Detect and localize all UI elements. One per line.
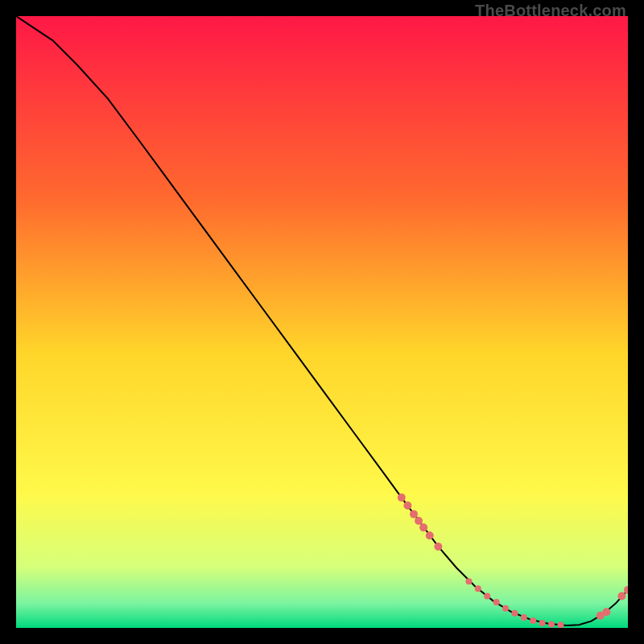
chart-svg [16,16,628,628]
data-point [521,614,527,621]
data-point [475,585,481,592]
data-point [602,608,610,616]
data-point [511,610,518,617]
gradient-background [16,16,628,628]
data-point [419,523,427,531]
data-point [415,517,423,525]
watermark-text: TheBottleneck.com [475,2,626,20]
chart-frame [16,16,628,628]
data-point [530,617,536,624]
data-point [493,599,500,605]
data-point [465,578,472,584]
data-point [484,592,490,599]
data-point [502,605,509,612]
data-point [548,621,555,627]
data-point [403,502,411,510]
data-point [539,620,546,626]
data-point [434,543,442,551]
data-point [410,510,418,518]
data-point [557,621,564,628]
data-point [617,592,625,600]
data-point [426,531,434,539]
data-point [398,493,406,502]
